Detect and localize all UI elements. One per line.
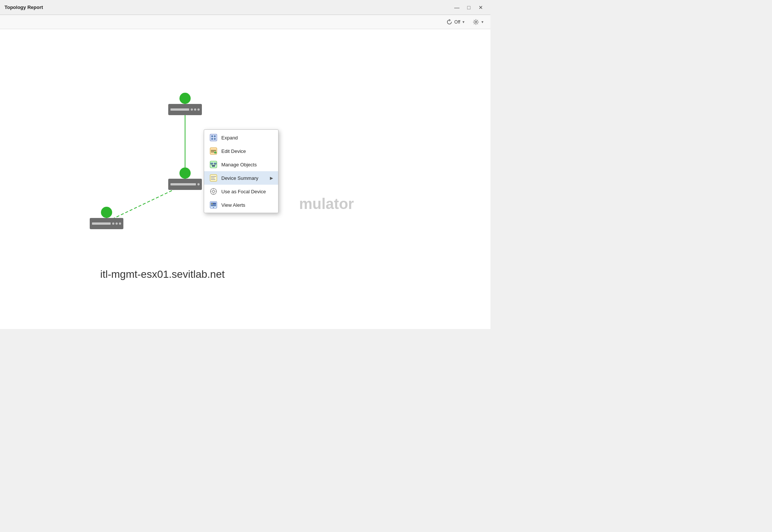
context-menu-item-manage-objects[interactable]: Manage Objects bbox=[204, 158, 278, 171]
use-as-focal-label: Use as Focal Device bbox=[221, 189, 273, 194]
svg-rect-9 bbox=[211, 150, 216, 151]
svg-rect-22 bbox=[211, 176, 216, 177]
svg-rect-5 bbox=[211, 138, 213, 140]
device-icon-2 bbox=[168, 179, 202, 190]
manage-objects-icon bbox=[209, 160, 218, 169]
device-node-1[interactable] bbox=[168, 98, 202, 115]
view-alerts-label: View Alerts bbox=[221, 202, 273, 208]
context-menu-item-use-as-focal[interactable]: Use as Focal Device bbox=[204, 185, 278, 198]
expand-icon bbox=[209, 133, 218, 142]
context-menu-item-expand[interactable]: Expand bbox=[204, 131, 278, 144]
refresh-label: Off bbox=[454, 19, 460, 25]
window-controls: — □ ✕ bbox=[452, 2, 486, 13]
device-summary-icon bbox=[209, 174, 218, 182]
node-label-mulator: mulator bbox=[299, 196, 354, 212]
refresh-control[interactable]: Off ▼ bbox=[443, 17, 468, 27]
svg-rect-23 bbox=[211, 178, 215, 178]
expand-label: Expand bbox=[221, 135, 273, 141]
svg-rect-4 bbox=[211, 135, 213, 137]
svg-rect-6 bbox=[214, 135, 216, 137]
context-menu-item-view-alerts[interactable]: View Alerts bbox=[204, 198, 278, 212]
svg-point-35 bbox=[212, 203, 213, 205]
svg-rect-7 bbox=[214, 138, 216, 140]
maximize-button[interactable]: □ bbox=[464, 2, 474, 13]
svg-text:✓: ✓ bbox=[215, 152, 216, 154]
device-summary-label: Device Summary bbox=[221, 175, 266, 181]
use-as-focal-icon bbox=[209, 187, 218, 196]
svg-rect-10 bbox=[211, 151, 214, 153]
manage-objects-label: Manage Objects bbox=[221, 162, 273, 167]
edit-device-icon: ✓ bbox=[209, 147, 218, 155]
svg-rect-14 bbox=[210, 163, 213, 164]
topology-canvas[interactable]: VN 1 th mulator itl-mgmt-esx01.sevitlab.… bbox=[0, 29, 490, 329]
svg-point-26 bbox=[212, 190, 215, 193]
close-button[interactable]: ✕ bbox=[476, 2, 486, 13]
svg-point-0 bbox=[475, 21, 477, 23]
context-menu-item-edit-device[interactable]: ✓ Edit Device bbox=[204, 144, 278, 158]
svg-rect-24 bbox=[211, 179, 215, 180]
settings-control[interactable]: ▼ bbox=[470, 17, 487, 27]
settings-icon bbox=[473, 19, 479, 25]
device-icon-1 bbox=[168, 104, 202, 115]
status-dot-3 bbox=[101, 207, 112, 218]
status-dot-2 bbox=[179, 167, 191, 179]
status-dot-1 bbox=[179, 93, 191, 104]
view-alerts-icon bbox=[209, 201, 218, 209]
svg-rect-3 bbox=[210, 134, 217, 141]
svg-rect-15 bbox=[214, 163, 216, 164]
minimize-button[interactable]: — bbox=[452, 2, 462, 13]
title-bar: Topology Report — □ ✕ bbox=[0, 0, 490, 15]
device-summary-arrow: ▶ bbox=[270, 176, 273, 181]
device-hostname-label: itl-mgmt-esx01.sevitlab.net bbox=[100, 268, 225, 280]
window-title: Topology Report bbox=[4, 4, 43, 10]
settings-dropdown-arrow: ▼ bbox=[481, 20, 484, 24]
edit-device-label: Edit Device bbox=[221, 148, 273, 154]
context-menu-item-device-summary[interactable]: Device Summary ▶ bbox=[204, 171, 278, 185]
context-menu: Expand ✓ Edit Device bbox=[204, 129, 279, 213]
svg-rect-16 bbox=[212, 165, 215, 167]
toolbar: Off ▼ ▼ bbox=[0, 15, 490, 29]
device-icon-3 bbox=[90, 218, 123, 229]
refresh-icon bbox=[446, 19, 453, 25]
device-node-3[interactable] bbox=[90, 212, 123, 229]
device-node-2[interactable] bbox=[168, 173, 202, 190]
refresh-dropdown-arrow: ▼ bbox=[462, 20, 465, 24]
